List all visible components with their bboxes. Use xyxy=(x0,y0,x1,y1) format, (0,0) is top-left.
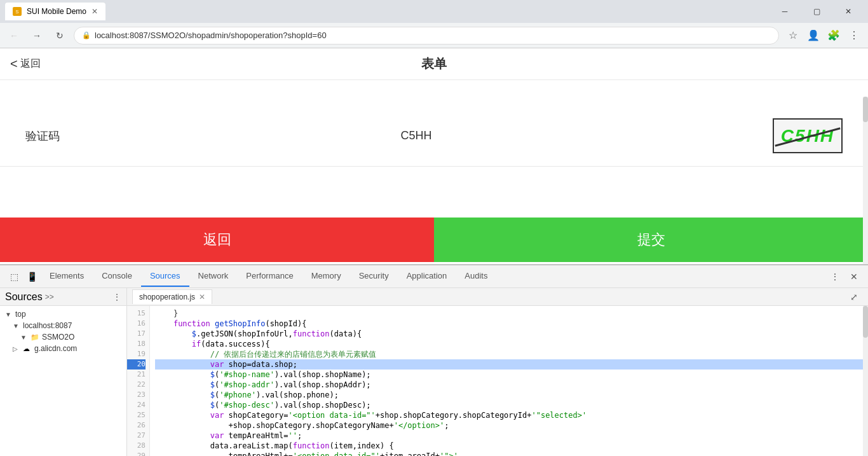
line-num-15: 15 xyxy=(127,308,146,319)
line-num-25: 25 xyxy=(127,410,146,420)
code-file-tab-close-icon[interactable]: ✕ xyxy=(199,293,205,301)
tab-favicon: S xyxy=(13,7,22,16)
code-line-22: $('#shop-addr').val(shop.shopAddr); xyxy=(155,380,863,390)
toolbar-right: ☆ 👤 🧩 ⋮ xyxy=(784,27,863,45)
minimize-button[interactable]: ─ xyxy=(770,0,799,23)
code-body: 15 16 17 18 19 20 21 22 23 24 25 26 27 2… xyxy=(127,306,868,456)
code-line-15: } xyxy=(155,308,863,319)
tab-security[interactable]: Security xyxy=(350,266,398,287)
devtools-body: Sources >> ⋮ ▼ top ▼ localhost:8087 xyxy=(0,288,868,456)
line-num-29: 29 xyxy=(127,451,146,456)
page-scrollbar-thumb xyxy=(863,97,868,122)
code-line-19: // 依据后台传递过来的店铺信息为表单元素赋值 xyxy=(155,349,863,359)
line-num-20: 20 xyxy=(127,359,146,370)
url-text: localhost:8087/SSMO2O/shopadmin/shopoper… xyxy=(95,31,771,40)
address-bar[interactable]: 🔒 localhost:8087/SSMO2O/shopadmin/shopop… xyxy=(74,27,779,45)
line-num-18: 18 xyxy=(127,339,146,349)
tree-item-ssmo2o[interactable]: ▼ 📁 SSMO2O xyxy=(0,331,126,343)
devtools-tabs: Elements Console Sources Network Perform… xyxy=(41,266,826,287)
submit-button[interactable]: 提交 xyxy=(434,218,868,262)
captcha-value: C5HH xyxy=(400,129,431,142)
sources-sidebar: Sources >> ⋮ ▼ top ▼ localhost:8087 xyxy=(0,288,127,456)
tab-network[interactable]: Network xyxy=(189,266,238,287)
devtools-more-button[interactable]: ⋮ xyxy=(826,268,844,286)
line-num-24: 24 xyxy=(127,400,146,410)
page-scrollbar[interactable] xyxy=(863,97,868,265)
devtools: ⬚ 📱 Elements Console Sources Network Per… xyxy=(0,265,868,456)
code-line-23: $('#phone').val(shop.phone); xyxy=(155,390,863,400)
maximize-button[interactable]: ▢ xyxy=(802,0,831,23)
code-scrollbar[interactable] xyxy=(863,306,868,456)
action-buttons: 返回 提交 xyxy=(0,218,868,262)
devtools-right-buttons: ⋮ ✕ xyxy=(826,268,863,286)
menu-button[interactable]: ⋮ xyxy=(845,27,863,45)
app-header: < 返回 表单 xyxy=(0,48,868,80)
sidebar-chevron-icon: >> xyxy=(45,293,54,301)
sources-sidebar-header: Sources >> ⋮ xyxy=(0,288,126,306)
tab-sources[interactable]: Sources xyxy=(141,266,189,287)
tree-item-localhost[interactable]: ▼ localhost:8087 xyxy=(0,320,126,331)
sidebar-more-button[interactable]: ⋮ xyxy=(112,292,121,302)
code-content: } function getShopInfo(shopId){ $.getJSO… xyxy=(150,306,868,456)
forward-nav-button[interactable]: → xyxy=(28,27,46,45)
devtools-inspector-button[interactable]: ⬚ xyxy=(5,268,23,286)
bookmark-button[interactable]: ☆ xyxy=(784,27,802,45)
profile-button[interactable]: 👤 xyxy=(804,27,822,45)
tab-elements[interactable]: Elements xyxy=(41,266,93,287)
close-button[interactable]: ✕ xyxy=(834,0,863,23)
tree-label-alicdn: g.alicdn.com xyxy=(34,344,77,353)
code-line-17: $.getJSON(shopInfoUrl,function(data){ xyxy=(155,329,863,339)
line-num-26: 26 xyxy=(127,420,146,431)
back-button[interactable]: 返回 xyxy=(0,218,434,262)
tree-item-top[interactable]: ▼ top xyxy=(0,308,126,320)
code-line-18: if(data.success){ xyxy=(155,339,863,349)
tab-performance[interactable]: Performance xyxy=(237,266,302,287)
app-back-label: 返回 xyxy=(20,57,41,71)
tab-memory[interactable]: Memory xyxy=(302,266,350,287)
captcha-row: 验证码 C5HH C5HH xyxy=(0,106,868,167)
code-file-tab[interactable]: shopoperation.js ✕ xyxy=(132,289,212,304)
code-scrollbar-thumb xyxy=(863,306,868,338)
sources-tree: ▼ top ▼ localhost:8087 ▼ 📁 SSMO2O xyxy=(0,306,126,456)
tree-arrow-top: ▼ xyxy=(5,311,13,318)
tab-bar: S SUI Mobile Demo ✕ xyxy=(5,3,105,20)
code-line-28: data.areaList.map(function(item,index) { xyxy=(155,441,863,451)
reload-button[interactable]: ↻ xyxy=(51,27,69,45)
code-line-27: var tempAreaHtml=''; xyxy=(155,431,863,441)
tab-console[interactable]: Console xyxy=(93,266,141,287)
line-num-16: 16 xyxy=(127,319,146,329)
devtools-mobile-button[interactable]: 📱 xyxy=(23,268,41,286)
tab-close-icon[interactable]: ✕ xyxy=(92,7,98,16)
tab-title: SUI Mobile Demo xyxy=(27,7,86,16)
back-nav-button[interactable]: ← xyxy=(5,27,23,45)
tree-label-top: top xyxy=(15,310,26,319)
code-editor-header: shopoperation.js ✕ ⤢ xyxy=(127,288,868,306)
tab-audits[interactable]: Audits xyxy=(456,266,496,287)
captcha-label: 验证码 xyxy=(25,128,60,144)
page-content: < 返回 表单 验证码 C5HH C5HH 返回 提交 xyxy=(0,48,868,265)
browser-tab[interactable]: S SUI Mobile Demo ✕ xyxy=(5,3,105,20)
page-title: 表单 xyxy=(421,55,447,73)
window-controls: ─ ▢ ✕ xyxy=(770,0,863,23)
cloud-icon: ☁ xyxy=(23,345,32,353)
line-num-17: 17 xyxy=(127,329,146,339)
devtools-close-button[interactable]: ✕ xyxy=(845,268,863,286)
code-line-16: function getShopInfo(shopId){ xyxy=(155,319,863,329)
code-panel-expand-button[interactable]: ⤢ xyxy=(845,288,863,306)
browser-window: S SUI Mobile Demo ✕ ─ ▢ ✕ ← → ↻ 🔒 localh… xyxy=(0,0,868,456)
code-editor: shopoperation.js ✕ ⤢ 15 16 17 18 19 20 2… xyxy=(127,288,868,456)
code-file-tab-name: shopoperation.js xyxy=(139,293,195,301)
tab-application[interactable]: Application xyxy=(398,266,456,287)
code-line-25: var shopCategory='<option data-id="'+sho… xyxy=(155,410,863,420)
extension-button[interactable]: 🧩 xyxy=(825,27,843,45)
line-num-19: 19 xyxy=(127,349,146,359)
line-num-22: 22 xyxy=(127,380,146,390)
app-back-button[interactable]: < 返回 xyxy=(10,57,41,71)
tree-item-alicdn[interactable]: ▷ ☁ g.alicdn.com xyxy=(0,343,126,354)
tree-arrow-ssmo2o: ▼ xyxy=(20,334,28,341)
back-chevron-icon: < xyxy=(10,57,18,71)
captcha-image[interactable]: C5HH xyxy=(773,118,843,153)
tree-arrow-alicdn: ▷ xyxy=(13,345,20,352)
line-num-28: 28 xyxy=(127,441,146,451)
folder-icon: 📁 xyxy=(31,333,39,342)
